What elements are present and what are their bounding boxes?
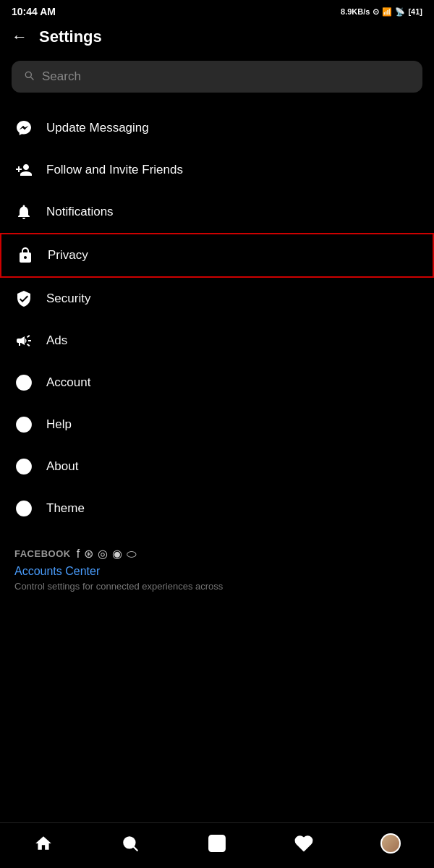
messenger-icon: [14, 119, 33, 137]
person-icon: [14, 373, 33, 392]
megaphone-icon: [14, 331, 33, 350]
theme-label: Theme: [46, 501, 85, 516]
ads-label: Ads: [46, 333, 67, 348]
search-bar[interactable]: Search: [12, 61, 422, 93]
settings-item-update-messaging[interactable]: Update Messaging: [0, 107, 434, 149]
back-button[interactable]: ←: [12, 27, 27, 46]
network-speed: 8.9KB/s: [341, 7, 370, 16]
nav-home[interactable]: [26, 830, 61, 856]
settings-item-security[interactable]: Security: [0, 278, 434, 320]
settings-item-theme[interactable]: Theme: [0, 488, 434, 529]
messenger-fb-icon: ⊛: [84, 547, 93, 561]
search-placeholder: Search: [42, 69, 81, 84]
bottom-nav: [0, 822, 434, 868]
svg-point-14: [25, 506, 27, 509]
settings-list: Update Messaging Follow and Invite Frien…: [0, 104, 434, 532]
settings-item-about[interactable]: About: [0, 446, 434, 488]
wifi-icon: 📡: [395, 7, 405, 17]
page-title: Settings: [39, 27, 102, 46]
status-icons: 8.9KB/s ⊙ 📶 📡 [41]: [341, 7, 422, 17]
whatsapp-icon: ◉: [112, 547, 122, 561]
signal-icon: 📶: [382, 7, 392, 17]
facebook-icon: f: [77, 548, 80, 561]
accounts-description: Control settings for connected experienc…: [14, 581, 420, 592]
settings-item-notifications[interactable]: Notifications: [0, 191, 434, 233]
shield-icon: [14, 289, 33, 308]
privacy-label: Privacy: [48, 248, 88, 263]
settings-header: ← Settings: [0, 20, 434, 58]
settings-item-ads[interactable]: Ads: [0, 320, 434, 362]
nav-heart[interactable]: [286, 830, 321, 856]
facebook-header: FACEBOOK f ⊛ ◎ ◉ ⬭: [14, 547, 420, 561]
settings-item-help[interactable]: Help: [0, 404, 434, 446]
battery-icon: [41]: [408, 7, 422, 16]
info-icon: [14, 457, 33, 476]
avatar: [380, 833, 401, 854]
nav-search[interactable]: [113, 830, 148, 856]
follow-invite-label: Follow and Invite Friends: [46, 163, 183, 177]
help-label: Help: [46, 417, 72, 432]
svg-line-16: [134, 847, 137, 851]
settings-item-follow-invite[interactable]: Follow and Invite Friends: [0, 149, 434, 191]
about-label: About: [46, 459, 78, 474]
lifebuoy-icon: [14, 415, 33, 434]
lock-icon: [16, 246, 35, 265]
nav-profile[interactable]: [373, 830, 408, 856]
security-label: Security: [46, 292, 90, 306]
palette-icon: [14, 499, 33, 518]
oculus-icon: ⬭: [127, 548, 137, 561]
svg-point-1: [22, 378, 27, 383]
search-icon: [23, 69, 35, 84]
settings-item-account[interactable]: Account: [0, 362, 434, 404]
nav-reels[interactable]: [200, 830, 234, 856]
facebook-section: FACEBOOK f ⊛ ◎ ◉ ⬭ Accounts Center Contr…: [0, 532, 434, 597]
accounts-center-link[interactable]: Accounts Center: [14, 565, 420, 578]
svg-point-13: [23, 504, 25, 506]
update-messaging-label: Update Messaging: [46, 121, 149, 135]
bell-icon: [14, 203, 33, 221]
notifications-label: Notifications: [46, 205, 114, 219]
facebook-icons: f ⊛ ◎ ◉ ⬭: [77, 547, 137, 561]
alarm-icon: ⊙: [373, 7, 379, 17]
status-time: 10:44 AM: [12, 6, 56, 17]
status-bar: 10:44 AM 8.9KB/s ⊙ 📶 📡 [41]: [0, 0, 434, 20]
facebook-label: FACEBOOK: [14, 548, 71, 559]
svg-point-3: [21, 422, 27, 427]
instagram-icon: ◎: [98, 547, 108, 561]
add-person-icon: [14, 161, 33, 179]
account-label: Account: [46, 375, 90, 390]
svg-point-12: [20, 506, 22, 509]
settings-item-privacy[interactable]: Privacy: [0, 233, 434, 278]
